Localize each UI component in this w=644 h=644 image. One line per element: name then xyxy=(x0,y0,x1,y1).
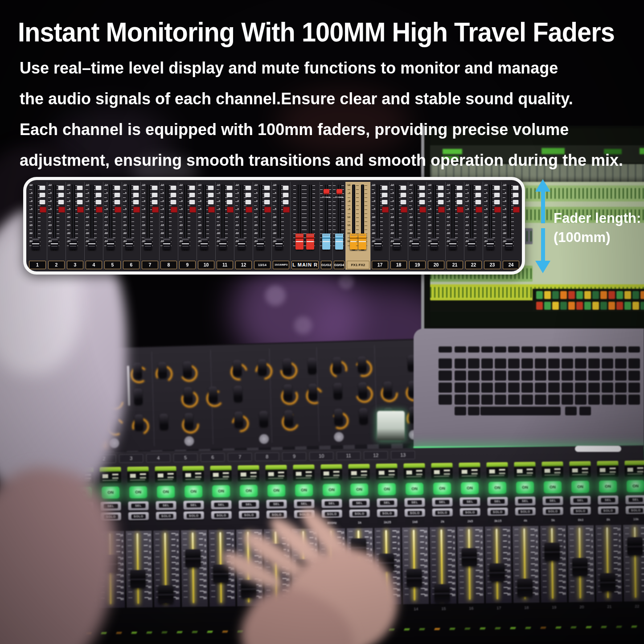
lcd-pixels xyxy=(610,468,616,469)
scale-number: 0 xyxy=(123,200,127,202)
knob xyxy=(184,387,193,403)
channel-button xyxy=(58,193,64,197)
lcd-pixels xyxy=(351,471,357,475)
scale-number: 0 xyxy=(465,200,469,202)
daw-clip xyxy=(624,291,631,299)
lcd-meter-bar xyxy=(293,464,314,470)
channel-button xyxy=(189,193,195,197)
mute-button xyxy=(457,207,464,213)
fader-scale-number: 30 xyxy=(394,577,400,580)
scale-number: 0 xyxy=(48,200,52,202)
scale-number: 20 xyxy=(160,232,164,234)
fader-scale-number: 40 xyxy=(118,586,124,589)
scale-number: 15 xyxy=(104,224,108,226)
channel-strip-24: 105051015203024 xyxy=(501,182,520,270)
freq-band-label: 1k25 xyxy=(377,520,397,525)
laptop-key xyxy=(548,346,560,353)
status-led xyxy=(631,625,637,628)
scale-number: 30 xyxy=(465,240,469,242)
scale-number: 10 xyxy=(197,184,201,186)
lcd-pixels xyxy=(379,471,385,475)
channel-lcd xyxy=(624,460,644,477)
scale-number: 30 xyxy=(179,240,183,242)
scale-number: 5 xyxy=(160,192,164,194)
fader-scale-number: 0 xyxy=(366,542,372,546)
scale-number: 5 xyxy=(235,208,239,210)
fader-strip: 105051015202530405060 xyxy=(457,527,484,604)
solo-button: SOLO xyxy=(156,512,176,520)
scale-number: 10 xyxy=(465,184,469,186)
channel-button xyxy=(475,193,481,197)
fader-scale-number: 0 xyxy=(504,541,510,544)
channel-button xyxy=(513,193,519,197)
fader-scale-number: 40 xyxy=(587,580,594,583)
channel-button xyxy=(419,185,425,190)
sel-button: SEL xyxy=(625,495,644,505)
fader-scale-number: 30 xyxy=(532,575,538,578)
laptop-key xyxy=(455,394,466,405)
channel-button xyxy=(400,193,406,197)
fader-cap xyxy=(517,578,533,596)
fader-scale-number: 50 xyxy=(615,586,621,589)
scale-number: 30 xyxy=(29,240,33,242)
channel-strip-4: 10505101520304 xyxy=(84,182,103,270)
mute-button xyxy=(115,207,121,213)
sel-button: SEL xyxy=(321,499,342,508)
laptop-key xyxy=(535,358,546,369)
fader-scale-number: 0 xyxy=(476,541,483,544)
fader-scale-number: 60 xyxy=(173,597,179,600)
fader-scale-number: 50 xyxy=(477,587,483,591)
fader-scale-number: 50 xyxy=(228,590,234,593)
laptop-key xyxy=(575,394,587,405)
freq-band-label: 10k xyxy=(626,517,644,522)
laptop-key xyxy=(562,346,573,353)
fader-ticks xyxy=(542,529,547,598)
daw-clip xyxy=(608,302,615,310)
fader-scale-number: 20 xyxy=(532,563,538,566)
channel-button xyxy=(494,200,500,205)
channel-button xyxy=(133,185,139,190)
laptop-key xyxy=(439,394,452,405)
fader-scale-number: 25 xyxy=(172,574,179,577)
scale-number: 30 xyxy=(216,240,220,242)
fader-scale-number: 40 xyxy=(394,582,400,586)
solo-label: SOLO xyxy=(353,512,367,516)
lcd-pixels xyxy=(306,475,312,476)
scale-number: 0 xyxy=(409,200,413,202)
on-button: ON xyxy=(599,480,617,492)
scale-number: 5 xyxy=(502,208,506,210)
scale-number: 5 xyxy=(346,192,350,194)
daw-clip xyxy=(616,302,623,310)
lcd-pixels xyxy=(361,471,367,472)
laptop-key xyxy=(575,382,587,393)
lcd-pixels xyxy=(213,479,228,480)
laptop-key xyxy=(521,394,533,405)
channel-button xyxy=(170,200,176,205)
lcd-pixels xyxy=(112,474,119,476)
laptop-key xyxy=(481,370,493,381)
gray-knob xyxy=(184,436,194,446)
fader-scale-number: 5 xyxy=(421,547,427,550)
channel-lcd xyxy=(210,465,231,482)
solo-label: SOLO xyxy=(463,510,477,515)
scale-number: 20 xyxy=(484,232,488,234)
console-channel-number: 12 xyxy=(364,451,388,460)
lit-module xyxy=(377,411,405,440)
fader-scale-number: 0 xyxy=(532,540,538,543)
console-channel-number: 22 xyxy=(628,604,644,608)
lcd-pixels xyxy=(637,467,644,469)
scale-number: 20 xyxy=(446,232,450,234)
freq-band-label: 4k xyxy=(516,518,535,523)
channel-button xyxy=(189,200,195,205)
scale-number: 5 xyxy=(179,192,183,194)
fader-scale-number: 20 xyxy=(394,565,400,568)
fader-scale-number: 30 xyxy=(201,579,207,582)
sel-label: SEL xyxy=(242,502,256,507)
freq-band-label: 2k xyxy=(433,519,452,524)
laptop-key xyxy=(628,394,640,405)
laptop-key xyxy=(468,358,480,369)
mute-button xyxy=(401,207,407,213)
fader-slot xyxy=(127,365,131,406)
on-button: ON xyxy=(378,483,396,495)
fader-strip: 105051015202530405060 xyxy=(595,525,622,602)
